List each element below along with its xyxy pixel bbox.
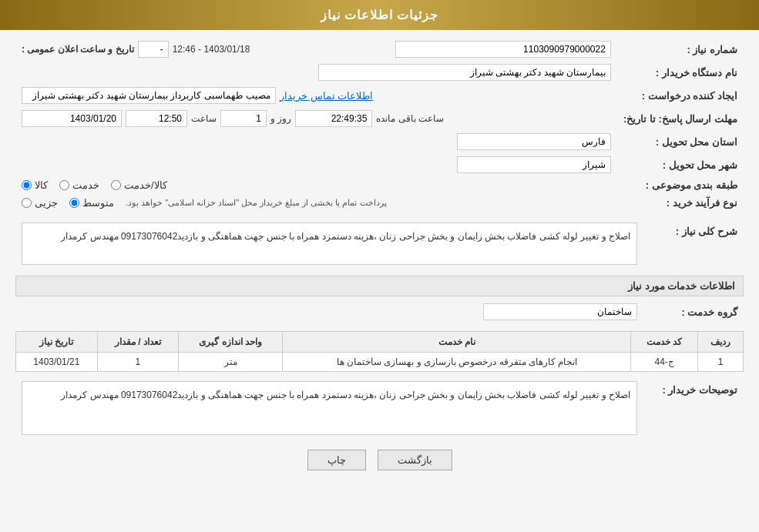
buyer-notes-text: اصلاح و تغییر لوله کشی فاضلاب بخش زایمان…: [61, 390, 630, 400]
cell-need_date: 1403/01/21: [16, 353, 98, 372]
service-group-input[interactable]: [483, 303, 637, 320]
back-button[interactable]: بازگشت: [378, 450, 452, 470]
process-label: نوع فرآیند خرید :: [617, 194, 744, 212]
buyer-org-label: نام دستگاه خریدار :: [617, 61, 744, 84]
category-khadamat-label: خدمت: [72, 179, 99, 191]
category-row: طبقه بندی موضوعی : کالا/خدمت خدمت کالا: [15, 176, 744, 194]
services-table: ردیف کد خدمت نام خدمت واحد اندازه گیری ت…: [15, 331, 744, 372]
category-kala-khadamat-radio[interactable]: [111, 180, 121, 190]
page-header: جزئیات اطلاعات نیاز: [0, 0, 759, 30]
col-service-name: نام خدمت: [283, 332, 631, 353]
announce-date-value: 1403/01/18 - 12:46: [173, 44, 250, 55]
category-kala-option[interactable]: کالا: [22, 179, 48, 191]
requester-value: اطلاعات تماس خریدار: [15, 84, 617, 107]
col-unit: واحد اندازه گیری: [179, 332, 283, 353]
description-label: شرح کلی نیاز :: [643, 219, 744, 268]
days-input: [220, 110, 267, 127]
requester-input[interactable]: [22, 87, 276, 104]
cell-quantity: 1: [97, 353, 179, 372]
process-note: پرداخت تمام یا بخشی از مبلغ خریداز محل "…: [126, 198, 387, 208]
process-value: پرداخت تمام یا بخشی از مبلغ خریداز محل "…: [15, 194, 617, 212]
announce-label-cell: 1403/01/18 - 12:46 تاریخ و ساعت اعلان عم…: [15, 38, 324, 61]
buyer-notes-value-cell: اصلاح و تغییر لوله کشی فاضلاب بخش زایمان…: [15, 378, 643, 438]
need-number-row: شماره نیاز : 1403/01/18 - 12:46 تاریخ و …: [15, 38, 744, 61]
province-input[interactable]: [457, 133, 611, 150]
buyer-notes-label: توصیحات خریدار :: [643, 378, 744, 438]
description-table: شرح کلی نیاز : اصلاح و تغییر لوله کشی فا…: [15, 219, 744, 268]
buyer-org-row: نام دستگاه خریدار :: [15, 61, 744, 84]
date-input: [22, 110, 122, 127]
announce-date-label: تاریخ و ساعت اعلان عمومی :: [22, 44, 134, 55]
process-jozi-option[interactable]: جزیی: [22, 197, 58, 209]
cell-unit: متر: [179, 353, 283, 372]
category-kala-label: کالا: [35, 179, 48, 191]
cell-row_num: 1: [698, 353, 744, 372]
print-button[interactable]: چاپ: [307, 450, 366, 470]
col-need-date: تاریخ نیاز: [16, 332, 98, 353]
deadline-label: مهلت ارسال پاسخ: تا تاریخ:: [617, 107, 744, 130]
description-box: اصلاح و تغییر لوله کشی فاضلاب بخش زایمان…: [22, 223, 637, 265]
category-kala-khadamat-option[interactable]: کالا/خدمت: [111, 179, 167, 191]
need-number-label: شماره نیاز :: [617, 38, 744, 61]
province-label: استان محل تحویل :: [617, 130, 744, 153]
need-number-value: [324, 38, 617, 61]
days-label: روز و: [270, 113, 291, 124]
buyer-notes-box: اصلاح و تغییر لوله کشی فاضلاب بخش زایمان…: [22, 381, 637, 435]
buyer-org-input[interactable]: [318, 64, 611, 81]
process-motavaset-radio[interactable]: [69, 198, 79, 208]
services-section-title: اطلاعات خدمات مورد نیاز: [15, 276, 744, 296]
requester-label: ایجاد کننده درخواست :: [617, 84, 744, 107]
buyer-notes-row: توصیحات خریدار : اصلاح و تغییر لوله کشی …: [15, 378, 744, 438]
col-row-num: ردیف: [698, 332, 744, 353]
remain-input: [295, 110, 372, 127]
process-motavaset-option[interactable]: متوسط: [69, 197, 114, 209]
process-motavaset-label: متوسط: [82, 197, 114, 209]
category-khadamat-radio[interactable]: [59, 180, 69, 190]
buyer-notes-table: توصیحات خریدار : اصلاح و تغییر لوله کشی …: [15, 378, 744, 438]
category-label: طبقه بندی موضوعی :: [617, 176, 744, 194]
province-row: استان محل تحویل :: [15, 130, 744, 153]
time-label: ساعت: [191, 113, 217, 124]
main-content: شماره نیاز : 1403/01/18 - 12:46 تاریخ و …: [0, 30, 759, 490]
description-text: اصلاح و تغییر لوله کشی فاضلاب بخش زایمان…: [61, 231, 630, 242]
table-row: 1ج-44انجام کارهای متفرقه درخصوص بازسازی …: [16, 353, 744, 372]
page-wrapper: جزئیات اطلاعات نیاز شماره نیاز : 1403/01…: [0, 0, 759, 532]
service-group-table: گروه خدمت :: [15, 300, 744, 323]
services-table-header: ردیف کد خدمت نام خدمت واحد اندازه گیری ت…: [16, 332, 744, 353]
deadline-value: ساعت باقی مانده روز و ساعت: [15, 107, 617, 130]
process-jozi-label: جزیی: [35, 197, 58, 209]
province-value: [15, 130, 617, 153]
need-number-input[interactable]: [395, 41, 611, 58]
remain-label: ساعت باقی مانده: [376, 113, 444, 124]
requester-row: ایجاد کننده درخواست : اطلاعات تماس خریدا…: [15, 84, 744, 107]
category-radios: کالا/خدمت خدمت کالا: [15, 176, 617, 194]
city-input[interactable]: [457, 156, 611, 173]
page-title: جزئیات اطلاعات نیاز: [321, 8, 439, 22]
category-kala-radio[interactable]: [22, 180, 32, 190]
buyer-org-value: [15, 61, 617, 84]
deadline-row: مهلت ارسال پاسخ: تا تاریخ: ساعت باقی مان…: [15, 107, 744, 130]
city-value: [15, 153, 617, 176]
city-row: شهر محل تحویل :: [15, 153, 744, 176]
col-service-code: کد خدمت: [631, 332, 698, 353]
cell-service_name: انجام کارهای متفرقه درخصوص بازسازی و بهس…: [283, 353, 631, 372]
contact-link[interactable]: اطلاعات تماس خریدار: [280, 90, 373, 102]
announce-separator-input: [138, 41, 169, 58]
info-table: شماره نیاز : 1403/01/18 - 12:46 تاریخ و …: [15, 38, 744, 212]
process-jozi-radio[interactable]: [22, 198, 32, 208]
time-input: [126, 110, 187, 127]
description-row: شرح کلی نیاز : اصلاح و تغییر لوله کشی فا…: [15, 219, 744, 268]
process-row: نوع فرآیند خرید : پرداخت تمام یا بخشی از…: [15, 194, 744, 212]
service-group-row: گروه خدمت :: [15, 300, 744, 323]
category-khadamat-option[interactable]: خدمت: [59, 179, 99, 191]
service-group-label: گروه خدمت :: [643, 300, 744, 323]
buttons-row: بازگشت چاپ: [15, 450, 744, 470]
col-quantity: تعداد / مقدار: [97, 332, 179, 353]
description-value-cell: اصلاح و تغییر لوله کشی فاضلاب بخش زایمان…: [15, 219, 643, 268]
cell-service_code: ج-44: [631, 353, 698, 372]
city-label: شهر محل تحویل :: [617, 153, 744, 176]
service-group-value-cell: [15, 300, 643, 323]
category-kala-khadamat-label: کالا/خدمت: [124, 179, 167, 191]
